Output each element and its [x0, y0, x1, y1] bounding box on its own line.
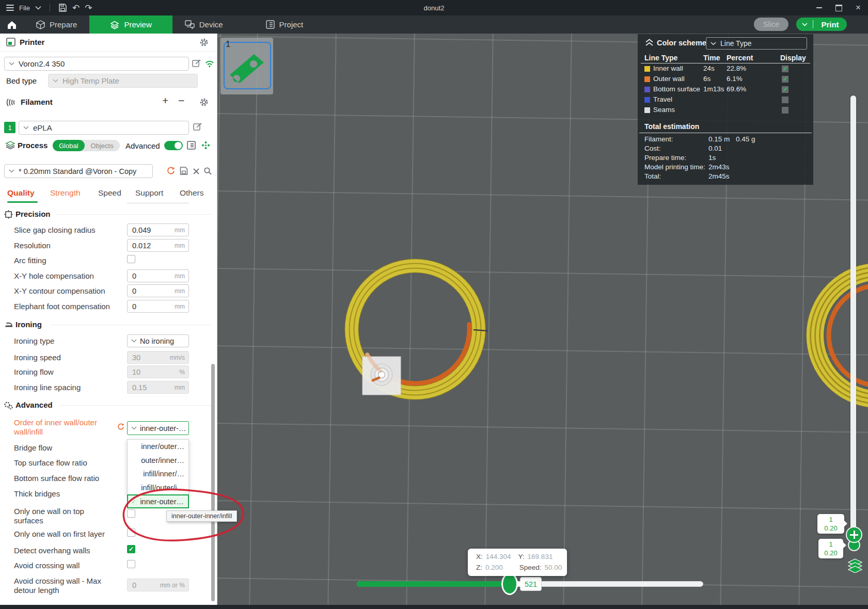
edit-icon[interactable] [192, 59, 201, 68]
process-preset-select[interactable]: * 0.20mm Standard @Voron - Copy [4, 164, 153, 178]
inner-wall-swatch [644, 66, 650, 72]
compare-presets-icon[interactable] [201, 141, 210, 150]
setting-label: Bridge flow [14, 443, 117, 453]
layers-view-icon[interactable] [847, 558, 863, 573]
avoid-crossing-wall-checkbox[interactable] [127, 560, 135, 568]
settings-scrollbar[interactable] [211, 364, 215, 601]
search-icon[interactable] [203, 167, 212, 175]
tab-project[interactable]: Project [254, 15, 316, 34]
display-checkbox[interactable]: ✓ [782, 76, 788, 83]
tab-preview[interactable]: Preview [89, 15, 172, 34]
window-title: donut2 [0, 4, 868, 12]
minimize-button[interactable] [809, 0, 829, 15]
remove-filament-button[interactable]: − [178, 94, 184, 107]
setting-label: Elephant foot compensation [14, 302, 117, 311]
collapse-icon[interactable] [645, 39, 654, 46]
advanced-mode-toggle[interactable] [164, 141, 183, 150]
maximize-button[interactable] [829, 0, 848, 15]
tab-quality[interactable]: Quality [7, 188, 35, 198]
filament-preset-select[interactable]: ePLA [19, 121, 189, 135]
dropdown-tooltip: inner-outer-inner/infill [166, 510, 237, 522]
undo-icon[interactable]: ↶ [72, 4, 80, 12]
display-checkbox[interactable]: ✓ [782, 66, 788, 72]
ironing-flow-input[interactable]: 10% [127, 365, 189, 378]
delete-preset-icon[interactable] [193, 168, 200, 175]
chevron-down-icon[interactable] [35, 6, 41, 10]
ironing-line-spacing-input[interactable]: 0.15mm [127, 381, 189, 394]
device-icon [185, 20, 195, 29]
col-time: Time [703, 54, 720, 62]
edit-icon[interactable] [193, 122, 202, 131]
add-filament-button[interactable]: + [162, 94, 168, 107]
file-menu[interactable]: File [19, 4, 30, 12]
slice-button[interactable]: Slice [754, 18, 788, 31]
display-checkbox[interactable]: ✓ [782, 86, 788, 93]
tab-others[interactable]: Others [180, 188, 204, 198]
detect-overhang-checkbox[interactable]: ✓ [127, 545, 135, 553]
legend-title: Color scheme [657, 39, 706, 47]
arc-fitting-checkbox[interactable] [127, 255, 135, 263]
menu-icon[interactable] [6, 3, 14, 12]
ironing-speed-input[interactable]: 30mm/s [127, 351, 189, 364]
elephant-foot-input[interactable]: 0mm [127, 300, 189, 313]
scope-global[interactable]: Global [53, 140, 85, 151]
advanced-mode-label: Advanced [125, 141, 160, 150]
tab-support[interactable]: Support [135, 188, 163, 198]
save-preset-icon[interactable] [180, 167, 188, 175]
total-estimation-title: Total estimation [644, 122, 699, 131]
filament-slot-1[interactable]: 1 [4, 122, 15, 133]
ironing-type-select[interactable]: No ironing [127, 334, 189, 347]
move-slider-knob[interactable] [501, 573, 518, 595]
print-button[interactable]: Print [796, 18, 847, 31]
gear-icon[interactable] [199, 38, 209, 47]
bed-type-select[interactable]: High Temp Plate [48, 74, 198, 88]
gear-icon[interactable] [199, 98, 209, 107]
reset-preset-icon[interactable] [166, 167, 175, 175]
display-checkbox[interactable] [782, 97, 788, 103]
resolution-input[interactable]: 0.012mm [127, 239, 189, 252]
wifi-icon[interactable] [204, 59, 215, 68]
ironing-icon [4, 320, 13, 328]
setting-label: Arc fitting [14, 256, 117, 265]
one-wall-first-layer-checkbox[interactable] [127, 528, 135, 537]
dropdown-option[interactable]: infill/outer/i… [128, 481, 188, 495]
dropdown-option[interactable]: inner/outer… [128, 440, 188, 454]
setting-label: Top surface flow ratio [14, 458, 117, 468]
legend-row-seams: Seams [638, 105, 813, 116]
project-icon [266, 20, 275, 29]
layer-slider-upper-knob[interactable] [846, 526, 862, 543]
print-dropdown-chevron[interactable] [796, 20, 813, 28]
wall-order-select[interactable]: inner-outer-… [127, 421, 189, 435]
dropdown-option[interactable]: infill/inner/… [128, 467, 188, 481]
save-icon[interactable] [58, 4, 67, 12]
slice-gap-input[interactable]: 0.049mm [127, 223, 189, 236]
setting-label: Avoid crossing wall [14, 561, 117, 570]
xy-contour-comp-input[interactable]: 0mm [127, 284, 189, 297]
total-row-model-time: Model printing time:2m43s [638, 163, 813, 172]
reset-setting-icon[interactable] [117, 423, 124, 431]
dropdown-option-selected[interactable]: ✓ inner-outer… [127, 494, 189, 508]
tab-strength[interactable]: Strength [50, 188, 81, 198]
tab-speed[interactable]: Speed [98, 188, 121, 198]
max-detour-input[interactable]: 0mm or % [127, 579, 189, 591]
layer-slider-track[interactable] [850, 95, 856, 543]
tab-device[interactable]: Device [172, 15, 235, 34]
parameter-list-icon[interactable] [187, 141, 196, 150]
tab-prepare[interactable]: Prepare [24, 15, 89, 34]
process-scope-toggle[interactable]: Global Objects [53, 140, 120, 151]
printer-preset-select[interactable]: Voron2.4 350 [4, 57, 189, 71]
xy-hole-comp-input[interactable]: 0mm [127, 269, 189, 282]
layer-badge-bottom: 10.20 [818, 539, 843, 558]
scope-objects[interactable]: Objects [85, 142, 120, 150]
home-button[interactable] [0, 15, 24, 34]
color-scheme-select[interactable]: Line Type [706, 37, 807, 50]
dropdown-option[interactable]: outer/inner… [128, 454, 188, 468]
ironing-section-title: Ironing [15, 320, 42, 329]
display-checkbox[interactable] [782, 107, 788, 114]
redo-icon[interactable]: ↷ [85, 4, 92, 12]
close-button[interactable]: × [848, 0, 868, 15]
setting-label: Ironing line spacing [14, 383, 117, 392]
one-wall-top-checkbox[interactable] [127, 509, 135, 518]
plate-thumbnail[interactable]: 1 [220, 38, 273, 94]
total-row-filament: Filament:0.15 m0.45 g [638, 135, 813, 145]
